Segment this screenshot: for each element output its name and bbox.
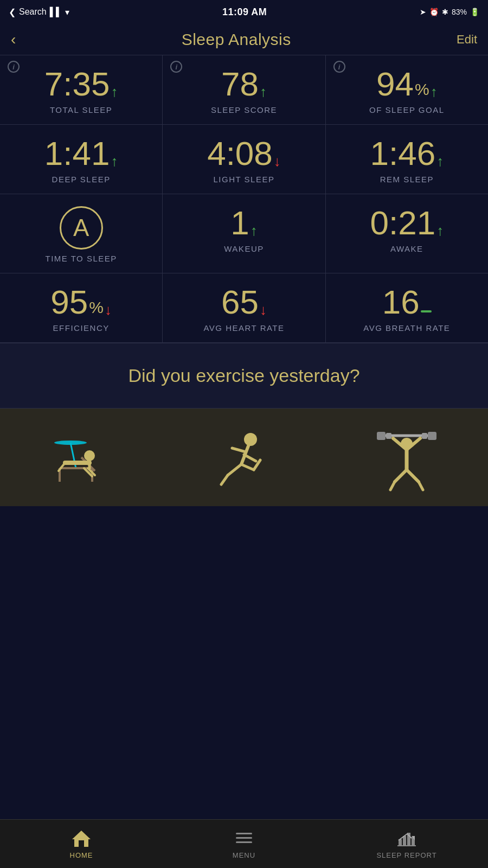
light-sleep-value: 4:08 [207,137,273,170]
deep-sleep-value: 1:41 [44,137,110,170]
status-time: 11:09 AM [222,7,267,18]
info-icon-total-sleep[interactable]: i [8,61,20,73]
metric-light-sleep: 4:08 ↓ LIGHT SLEEP [163,125,325,194]
awake-label: AWAKE [390,244,423,253]
svg-rect-36 [236,841,252,843]
metric-avg-heart-rate: 65 ↓ AVG HEART RATE [163,273,325,342]
sleep-score-arrow-up-icon: ↑ [260,85,267,99]
awake-value: 0:21 [370,206,435,240]
metric-total-sleep: i 7:35 ↑ TOTAL SLEEP [0,55,163,124]
menu-icon [234,828,254,849]
tab-menu[interactable]: MENU [163,828,325,859]
exercise-question: Did you exercise yesterday? [11,365,477,386]
svg-rect-24 [386,433,391,439]
tab-sleep-report-label: SLEEP REPORT [376,851,436,859]
tab-home[interactable]: HOME [0,828,163,859]
metric-wakeup: 1 ↑ WAKEUP [163,194,325,273]
status-bar: ❮ Search ▌▌ ▾ 11:09 AM ➤ ⏰ ✱ 83% 🔋 [0,0,488,24]
metrics-row-3: A TIME TO SLEEP 1 ↑ WAKEUP 0:21 ↑ AWAKE [0,194,488,273]
wakeup-value: 1 [230,206,249,240]
metrics-row-4: 95 % ↓ EFFICIENCY 65 ↓ AVG HEART RATE 16 [0,273,488,343]
svg-line-32 [419,482,423,490]
avg-breath-rate-value: 16 [382,285,420,319]
svg-rect-23 [428,432,436,440]
info-icon-sleep-score[interactable]: i [170,61,182,73]
tab-menu-label: MENU [233,851,255,859]
svg-line-18 [241,464,254,470]
info-icon-sleep-goal[interactable]: i [333,61,345,73]
efficiency-arrow-down-icon: ↓ [105,303,112,317]
avg-heart-rate-value: 65 [221,285,259,319]
tab-sleep-report[interactable]: SLEEP REPORT [325,828,488,859]
avg-breath-rate-label: AVG BREATH RATE [363,323,450,333]
efficiency-unit: % [89,299,104,316]
edit-button[interactable]: Edit [457,33,477,47]
metric-avg-breath-rate: 16 AVG BREATH RATE [326,273,488,342]
metric-rem-sleep: 1:46 ↑ REM SLEEP [326,125,488,194]
signal-icon: ▌▌ [50,7,62,17]
home-icon [71,828,92,849]
svg-point-12 [244,433,257,446]
svg-line-29 [395,470,407,482]
metrics-row-1: i 7:35 ↑ TOTAL SLEEP i 78 ↑ SLEEP SCORE … [0,55,488,125]
efficiency-label: EFFICIENCY [53,323,110,333]
metric-time-to-sleep: A TIME TO SLEEP [0,194,163,273]
metric-efficiency: 95 % ↓ EFFICIENCY [0,273,163,342]
tab-bar: HOME MENU SLEEP REPORT [0,819,488,868]
svg-line-17 [221,475,228,484]
exercise-options [0,409,488,506]
avg-heart-rate-label: AVG HEART RATE [203,323,284,333]
total-sleep-value: 7:35 [44,67,110,101]
wakeup-arrow-up-icon: ↑ [251,224,258,238]
metrics-row-2: 1:41 ↑ DEEP SLEEP 4:08 ↓ LIGHT SLEEP 1:4… [0,125,488,194]
run-icon [211,427,277,493]
app-header: ‹ Sleep Analysis Edit [0,24,488,55]
lift-icon [374,427,439,493]
avg-heart-rate-arrow-down-icon: ↓ [260,303,267,317]
svg-line-11 [59,463,65,471]
sleep-score-value: 78 [221,67,259,101]
exercise-option-run[interactable] [163,427,325,493]
tab-home-label: HOME [70,851,93,859]
svg-rect-34 [236,833,252,834]
rem-sleep-value: 1:46 [370,137,435,170]
metric-sleep-score: i 78 ↑ SLEEP SCORE [163,55,325,124]
total-sleep-arrow-up-icon: ↑ [111,85,118,99]
sleep-goal-arrow-up-icon: ↑ [431,85,438,99]
deep-sleep-arrow-up-icon: ↑ [111,154,118,168]
time-to-sleep-circle: A [60,206,103,250]
svg-line-15 [244,455,256,461]
metric-awake: 0:21 ↑ AWAKE [326,194,488,273]
svg-line-16 [228,464,241,475]
back-arrow-icon: ❮ [9,7,16,17]
page-title: Sleep Analysis [182,30,291,49]
metric-sleep-goal: i 94 % ↑ OF SLEEP GOAL [326,55,488,124]
awake-arrow-up-icon: ↑ [436,224,444,238]
status-right: ➤ ⏰ ✱ 83% 🔋 [420,8,479,16]
exercise-option-rest[interactable] [0,427,163,493]
svg-marker-33 [72,831,91,847]
rest-icon [49,427,114,493]
sleep-goal-unit: % [415,81,429,98]
avg-breath-rate-neutral-icon [421,310,432,312]
alarm-icon: ⏰ [429,8,439,16]
time-to-sleep-label: TIME TO SLEEP [46,254,117,263]
sleep-goal-value: 94 [376,67,414,101]
exercise-option-lift[interactable] [325,427,488,493]
sleep-score-label: SLEEP SCORE [211,105,277,114]
sleep-goal-label: OF SLEEP GOAL [369,105,444,114]
light-sleep-arrow-down-icon: ↓ [274,154,281,168]
svg-line-14 [232,448,246,452]
status-app-name: Search [19,7,47,17]
svg-line-31 [407,470,419,482]
svg-line-30 [390,482,395,490]
back-button[interactable]: ‹ [11,31,16,48]
svg-rect-22 [377,432,386,440]
deep-sleep-label: DEEP SLEEP [52,175,111,184]
efficiency-value: 95 [50,285,88,319]
svg-rect-38 [403,836,406,846]
svg-rect-35 [236,837,252,839]
metrics-section: i 7:35 ↑ TOTAL SLEEP i 78 ↑ SLEEP SCORE … [0,55,488,343]
rem-sleep-arrow-up-icon: ↑ [436,154,444,168]
question-section: Did you exercise yesterday? [0,343,488,409]
